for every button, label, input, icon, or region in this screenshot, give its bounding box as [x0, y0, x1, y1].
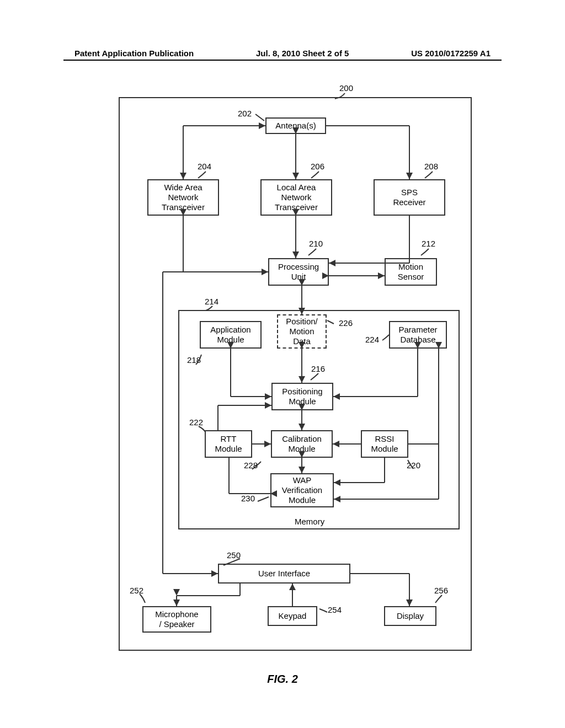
header-center: Jul. 8, 2010 Sheet 2 of 5 [256, 49, 349, 58]
header-rule [63, 60, 502, 61]
header-left: Patent Application Publication [74, 49, 194, 58]
figure: Antenna(s) Wide Area Network Transceiver… [63, 85, 502, 698]
figure-caption: FIG. 2 [63, 673, 502, 686]
connectors [63, 85, 502, 698]
header-right: US 2010/0172259 A1 [411, 49, 491, 58]
